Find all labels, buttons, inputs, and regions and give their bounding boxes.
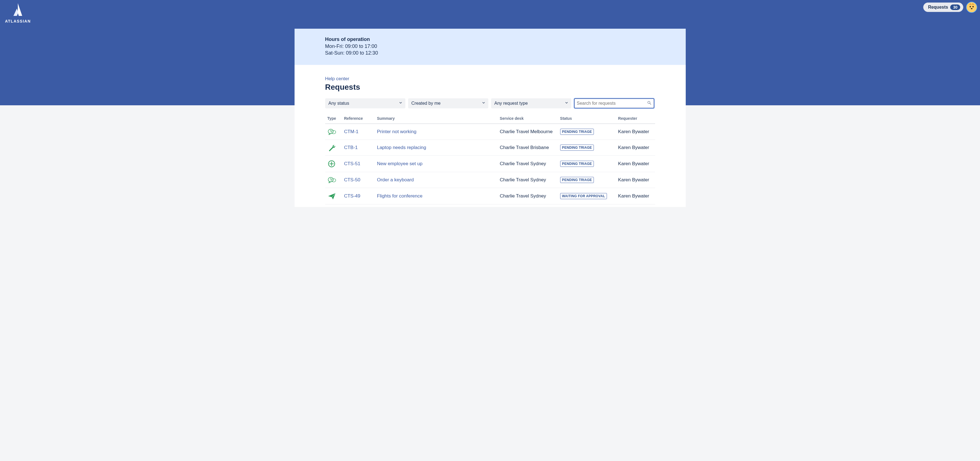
table-header-row: Type Reference Summary Service desk Stat…: [325, 114, 655, 124]
requests-pill[interactable]: Requests 30: [923, 3, 963, 12]
hours-line-2: Sat-Sun: 09:00 to 12:30: [325, 49, 655, 56]
svg-text:?: ?: [329, 178, 332, 181]
requester-value: Karen Bywater: [618, 129, 649, 134]
hours-title: Hours of operation: [325, 37, 655, 42]
page-title: Requests: [325, 83, 655, 92]
svg-point-8: [332, 130, 336, 134]
svg-point-2: [972, 6, 974, 8]
table-row: CTS-51New employee set upCharlie Travel …: [325, 155, 655, 172]
requests-pill-label: Requests: [928, 5, 948, 10]
table-row: ?CTS-50Order a keyboardCharlie Travel Sy…: [325, 172, 655, 188]
service-desk-value: Charlie Travel Brisbane: [500, 145, 549, 150]
search-input[interactable]: [574, 98, 654, 108]
page-container: Hours of operation Mon-Fri: 09:00 to 17:…: [294, 29, 686, 207]
filter-status-select[interactable]: Any status: [325, 98, 406, 108]
service-desk-value: Charlie Travel Sydney: [500, 161, 546, 166]
service-desk-value: Charlie Travel Sydney: [500, 193, 546, 199]
summary-link[interactable]: New employee set up: [377, 161, 422, 166]
table-row: CTB-1Laptop needs replacingCharlie Trave…: [325, 140, 655, 155]
filter-creator-value: Created by me: [412, 101, 441, 106]
status-lozenge: WAITING FOR APPROVAL: [560, 193, 607, 199]
svg-line-5: [650, 103, 651, 104]
filter-creator-select[interactable]: Created by me: [408, 98, 488, 108]
reference-link[interactable]: CTS-49: [344, 193, 361, 199]
filter-request-type-value: Any request type: [495, 101, 528, 106]
requests-table: Type Reference Summary Service desk Stat…: [325, 114, 655, 204]
reference-link[interactable]: CTM-1: [344, 129, 359, 134]
hours-of-operation-panel: Hours of operation Mon-Fri: 09:00 to 17:…: [294, 29, 686, 65]
filter-status-value: Any status: [329, 101, 349, 106]
requester-value: Karen Bywater: [618, 177, 649, 182]
type-plane-icon: [328, 192, 340, 200]
search-wrap: [574, 98, 654, 108]
col-header-service-desk: Service desk: [498, 114, 558, 124]
svg-point-0: [966, 2, 977, 12]
brand-name: ATLASSIAN: [5, 19, 31, 23]
status-lozenge: PENDING TRIAGE: [560, 129, 594, 135]
type-question-icon: ?: [328, 128, 340, 136]
brand-logo[interactable]: ATLASSIAN: [5, 2, 31, 23]
chevron-down-icon: [565, 101, 568, 106]
col-header-status: Status: [558, 114, 616, 124]
filters-row: Any status Created by me Any request typ…: [325, 98, 655, 108]
svg-point-4: [648, 101, 650, 103]
svg-point-1: [970, 6, 971, 8]
col-header-summary: Summary: [375, 114, 498, 124]
requester-value: Karen Bywater: [618, 145, 649, 150]
atlassian-logo-icon: [10, 2, 26, 18]
requests-count-badge: 30: [950, 5, 960, 10]
requester-value: Karen Bywater: [618, 193, 649, 199]
svg-point-14: [332, 179, 336, 182]
reference-link[interactable]: CTS-50: [344, 177, 361, 182]
requester-value: Karen Bywater: [618, 161, 649, 166]
col-header-type: Type: [325, 114, 342, 124]
reference-link[interactable]: CTB-1: [344, 145, 358, 150]
status-lozenge: PENDING TRIAGE: [560, 145, 594, 151]
search-icon: [647, 100, 651, 106]
breadcrumb-help-center[interactable]: Help center: [325, 76, 349, 81]
summary-link[interactable]: Printer not working: [377, 129, 417, 134]
global-header: ATLASSIAN Requests 30: [0, 0, 980, 29]
service-desk-value: Charlie Travel Melbourne: [500, 129, 553, 134]
svg-text:?: ?: [329, 129, 332, 133]
type-plus-icon: [328, 160, 340, 168]
chevron-down-icon: [482, 101, 485, 106]
status-lozenge: PENDING TRIAGE: [560, 161, 594, 167]
summary-link[interactable]: Laptop needs replacing: [377, 145, 426, 150]
reference-link[interactable]: CTS-51: [344, 161, 361, 166]
type-wrench-icon: [328, 144, 340, 152]
summary-link[interactable]: Flights for conference: [377, 193, 422, 199]
header-right: Requests 30: [923, 2, 977, 13]
table-row: CTS-49Flights for conferenceCharlie Trav…: [325, 188, 655, 204]
svg-point-3: [971, 8, 972, 9]
user-avatar[interactable]: [966, 2, 977, 13]
filter-request-type-select[interactable]: Any request type: [491, 98, 571, 108]
col-header-requester: Requester: [616, 114, 655, 124]
type-question-icon: ?: [328, 176, 340, 184]
avatar-icon: [966, 2, 977, 13]
status-lozenge: PENDING TRIAGE: [560, 177, 594, 183]
service-desk-value: Charlie Travel Sydney: [500, 177, 546, 182]
chevron-down-icon: [399, 101, 402, 106]
main-content: Help center Requests Any status Created …: [294, 65, 686, 204]
summary-link[interactable]: Order a keyboard: [377, 177, 414, 182]
table-row: ?CTM-1Printer not workingCharlie Travel …: [325, 124, 655, 140]
col-header-reference: Reference: [342, 114, 375, 124]
hours-line-1: Mon-Fri: 09:00 to 17:00: [325, 43, 655, 49]
